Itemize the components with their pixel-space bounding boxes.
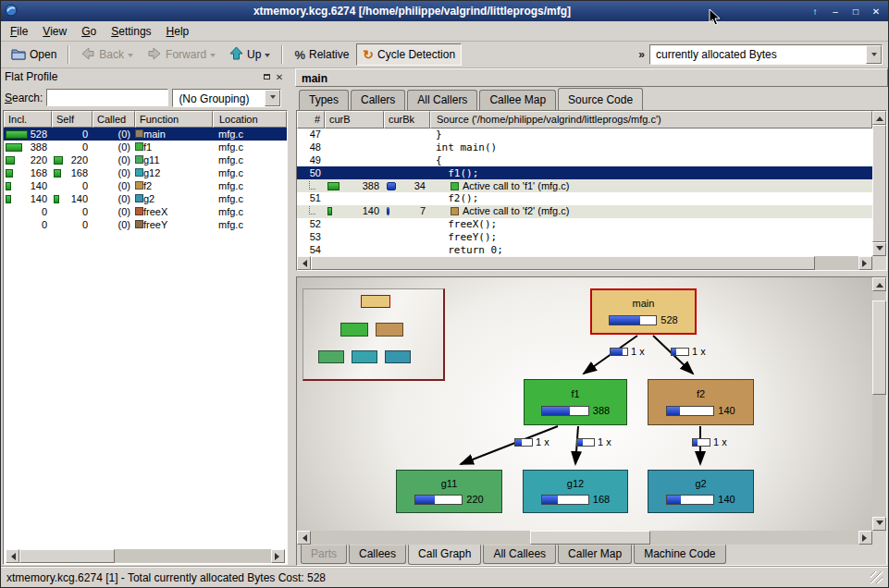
scroll-thumb[interactable]	[530, 531, 650, 545]
column-header-incl[interactable]: Incl.	[4, 111, 52, 128]
dock-titlebar[interactable]: Flat Profile ✕	[1, 68, 290, 85]
scroll-right-button[interactable]	[271, 549, 285, 563]
table-row[interactable]: 388 0 (0) f1 mfg.c	[4, 141, 287, 153]
tab-source-code[interactable]: Source Code	[558, 88, 643, 110]
scroll-track[interactable]	[311, 256, 858, 270]
scroll-thumb[interactable]	[872, 125, 886, 242]
table-row[interactable]: 168 168 (0) g12 mfg.c	[4, 166, 287, 179]
scroll-down-button[interactable]	[872, 517, 886, 531]
column-header-curBk[interactable]: curBk	[384, 111, 430, 129]
up-dropdown-icon[interactable]	[265, 54, 270, 60]
dock-float-button[interactable]	[260, 71, 273, 83]
blocks-bar-icon	[387, 182, 396, 190]
tab-all-callers[interactable]: All Callers	[407, 90, 477, 110]
grouping-combobox[interactable]: (No Grouping)	[172, 89, 281, 107]
table-row[interactable]: 0 0 (0) freeX mfg.c	[4, 205, 287, 218]
scroll-down-button[interactable]	[872, 242, 886, 256]
graph-node-g12[interactable]: g12 168	[523, 470, 628, 513]
forward-button[interactable]: Forward	[141, 43, 222, 66]
column-header-curB[interactable]: curB	[325, 111, 384, 129]
column-header-called[interactable]: Called	[93, 111, 135, 128]
horizontal-scrollbar[interactable]	[297, 256, 886, 270]
table-row[interactable]: 220 220 (0) g11 mfg.c	[4, 153, 287, 166]
scroll-up-button[interactable]	[872, 277, 886, 291]
source-line[interactable]: 51 f2();	[297, 192, 872, 205]
horizontal-scrollbar[interactable]	[297, 531, 886, 545]
scroll-up-button[interactable]	[872, 111, 886, 125]
source-line[interactable]: 48int main()	[297, 141, 872, 154]
scroll-track[interactable]	[19, 549, 271, 563]
menu-go[interactable]: Go	[74, 22, 104, 41]
source-line-selected[interactable]: 50 f1();	[297, 166, 872, 179]
table-row[interactable]: 0 0 (0) freeY mfg.c	[4, 218, 287, 231]
back-button[interactable]: Back	[74, 43, 140, 66]
graph-node-f2[interactable]: f2 140	[648, 379, 754, 425]
tab-callees[interactable]: Callees	[349, 545, 406, 564]
source-line[interactable]: 54 return 0;	[297, 243, 872, 256]
relative-toggle-button[interactable]: % Relative	[288, 43, 355, 66]
search-input[interactable]	[46, 89, 168, 106]
scroll-thumb[interactable]	[19, 549, 115, 563]
shade-button[interactable]: ↑	[807, 4, 823, 18]
combobox-arrow-icon[interactable]	[866, 45, 882, 64]
graph-node-g11[interactable]: g11 220	[396, 470, 502, 513]
scroll-left-button[interactable]	[6, 549, 19, 563]
resize-grip[interactable]	[870, 571, 883, 583]
scroll-thumb[interactable]	[872, 300, 886, 395]
back-dropdown-icon[interactable]	[128, 54, 133, 60]
open-button[interactable]: Open	[5, 43, 63, 66]
menu-file[interactable]: File	[3, 22, 35, 41]
table-row[interactable]: 140 140 (0) g2 mfg.c	[4, 192, 287, 205]
dock-close-button[interactable]: ✕	[273, 71, 286, 83]
menu-view[interactable]: View	[35, 22, 74, 41]
graph-node-main[interactable]: main 528	[590, 288, 697, 335]
scroll-left-button[interactable]	[297, 256, 311, 270]
scroll-track[interactable]	[872, 291, 886, 517]
table-row[interactable]: 528 0 (0) main mfg.c	[4, 128, 287, 141]
graph-overview-map[interactable]	[303, 288, 445, 381]
tab-caller-map[interactable]: Caller Map	[558, 545, 632, 564]
source-line[interactable]: 52 freeX();	[297, 218, 872, 231]
tab-machine-code[interactable]: Machine Code	[634, 545, 725, 564]
column-header-line[interactable]: #	[297, 111, 325, 129]
menu-settings[interactable]: Settings	[104, 22, 158, 41]
vertical-scrollbar[interactable]	[872, 277, 886, 531]
vertical-scrollbar[interactable]	[872, 111, 886, 256]
column-header-self[interactable]: Self	[52, 111, 93, 128]
call-graph-canvas[interactable]: main 528 f1 388 f2 140 g11	[297, 277, 872, 531]
source-call-line[interactable]: 388 34 Active call to 'f1' (mfg.c)	[297, 179, 872, 192]
up-button[interactable]: Up	[223, 43, 277, 66]
source-call-line[interactable]: 140 7 Active call to 'f2' (mfg.c)	[297, 205, 872, 218]
maximize-button[interactable]: □	[847, 4, 864, 18]
event-type-combobox[interactable]: currently allocated Bytes	[649, 44, 883, 65]
cycle-detection-toggle-button[interactable]: ↻ Cycle Detection	[356, 43, 462, 66]
combobox-arrow-icon[interactable]	[265, 90, 280, 106]
scroll-track[interactable]	[311, 531, 858, 545]
tab-all-callees[interactable]: All Callees	[483, 545, 556, 564]
forward-dropdown-icon[interactable]	[210, 54, 216, 60]
scroll-left-button[interactable]	[297, 531, 311, 545]
menu-help[interactable]: Help	[159, 22, 197, 41]
scroll-right-button[interactable]	[858, 256, 872, 270]
toolbar-overflow-button[interactable]: »	[635, 48, 648, 61]
horizontal-scrollbar[interactable]	[6, 549, 285, 563]
scroll-right-button[interactable]	[858, 531, 872, 545]
column-header-location[interactable]: Location	[213, 111, 287, 128]
tab-callee-map[interactable]: Callee Map	[479, 90, 556, 110]
tab-parts[interactable]: Parts	[301, 545, 347, 564]
close-button[interactable]: ✕	[868, 4, 884, 18]
tab-callers[interactable]: Callers	[351, 90, 405, 110]
source-line[interactable]: 49{	[297, 154, 872, 167]
minimize-button[interactable]: –	[827, 4, 844, 18]
scroll-track[interactable]	[872, 125, 886, 242]
table-row[interactable]: 140 0 (0) f2 mfg.c	[4, 179, 287, 192]
column-header-source[interactable]: Source ('/home/philippe/valgrind/littlep…	[430, 111, 872, 129]
source-line[interactable]: 47}	[297, 129, 872, 141]
tab-types[interactable]: Types	[299, 90, 349, 110]
column-header-function[interactable]: Function	[135, 111, 213, 128]
scroll-thumb[interactable]	[311, 256, 815, 270]
source-line[interactable]: 53 freeY();	[297, 230, 872, 243]
graph-node-f1[interactable]: f1 388	[524, 379, 627, 425]
graph-node-g2[interactable]: g2 140	[648, 470, 754, 513]
tab-call-graph[interactable]: Call Graph	[408, 545, 481, 565]
